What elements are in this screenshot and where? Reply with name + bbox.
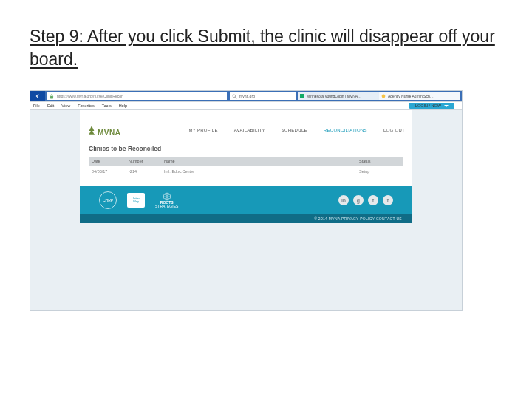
- favicon-icon: [300, 94, 304, 98]
- address-bar[interactable]: https://www.mvna.org/nurse/ClinicRecon: [47, 92, 227, 100]
- main-nav: MY PROFILE AVAILABILITY SCHEDULE RECONCI…: [120, 128, 405, 137]
- col-date: Date: [89, 159, 129, 163]
- social-twitter-icon[interactable]: t: [383, 195, 393, 205]
- svg-rect-0: [50, 96, 53, 99]
- logo-text: MVNA: [98, 129, 120, 137]
- nav-logout[interactable]: LOG OUT: [383, 128, 405, 132]
- sponsor-row: CHRP UnitedWay ROOTS STRATEGIES: [99, 191, 178, 209]
- svg-point-1: [233, 95, 236, 98]
- panel-title: Clinics to be Reconciled: [80, 137, 412, 157]
- menu-edit[interactable]: Edit: [47, 103, 54, 108]
- browser-menu-bar: File Edit View Favorites Tools Help LOGI…: [30, 101, 462, 110]
- url-text: https://www.mvna.org/nurse/ClinicRecon: [57, 94, 123, 98]
- menu-view[interactable]: View: [61, 103, 70, 108]
- lock-icon: [50, 94, 54, 99]
- footer-legal-bar: © 2014 MVNA PRIVACY POLICY CONTACT US: [80, 214, 412, 223]
- tab-2-label: Agency Nurse Admin Sch…: [388, 94, 434, 98]
- col-number: Number: [129, 159, 164, 163]
- browser-search[interactable]: mvna.org: [230, 92, 296, 100]
- favicon-icon: [381, 94, 386, 98]
- chevron-down-icon: [444, 105, 449, 107]
- nav-reconciliations[interactable]: RECONCILIATIONS: [324, 128, 367, 132]
- cell-number: -214: [129, 169, 164, 174]
- social-googleplus-icon[interactable]: g: [353, 195, 364, 205]
- login-label: LOGIN / NOW: [415, 103, 441, 108]
- browser-tab-1[interactable]: Minnesota VotingLogin | MVNA…: [298, 92, 379, 100]
- cell-date: 04/03/17: [89, 169, 129, 174]
- sponsor-chrp: CHRP: [99, 191, 117, 209]
- tab-1-label: Minnesota VotingLogin | MVNA…: [307, 94, 361, 98]
- table-row[interactable]: 04/03/17 -214 Intl. Educ.Center Setup: [89, 166, 403, 177]
- page-footer: CHRP UnitedWay ROOTS STRATEGIES: [80, 186, 412, 223]
- search-icon: [232, 94, 237, 99]
- sponsor-roots: ROOTS STRATEGIES: [155, 192, 178, 208]
- screenshot-frame: https://www.mvna.org/nurse/ClinicRecon m…: [30, 90, 463, 311]
- cell-name: Intl. Educ.Center: [164, 169, 359, 174]
- back-button[interactable]: [30, 91, 45, 101]
- menu-file[interactable]: File: [33, 103, 40, 108]
- login-button[interactable]: LOGIN / NOW: [409, 103, 454, 109]
- tree-icon: [87, 125, 96, 137]
- content-card: MVNA MY PROFILE AVAILABILITY SCHEDULE RE…: [80, 110, 412, 223]
- step-heading: Step 9: After you click Submit, the clin…: [30, 25, 502, 71]
- svg-point-4: [382, 95, 386, 98]
- site-logo[interactable]: MVNA: [87, 125, 120, 137]
- table-header: Date Number Name Status: [89, 157, 403, 166]
- col-name: Name: [164, 159, 359, 163]
- browser-chrome: https://www.mvna.org/nurse/ClinicRecon m…: [30, 91, 462, 101]
- col-status: Status: [359, 159, 403, 163]
- nav-schedule[interactable]: SCHEDULE: [282, 128, 307, 132]
- social-facebook-icon[interactable]: f: [368, 195, 378, 205]
- menu-help[interactable]: Help: [119, 103, 127, 108]
- svg-line-2: [235, 97, 236, 98]
- nav-availability[interactable]: AVAILABILITY: [234, 128, 265, 132]
- social-links: in g f t: [338, 195, 393, 205]
- cell-status: Setup: [359, 169, 403, 174]
- browser-tab-2[interactable]: Agency Nurse Admin Sch…: [379, 92, 460, 100]
- menu-favorites[interactable]: Favorites: [78, 103, 95, 108]
- footer-legal-text: © 2014 MVNA PRIVACY POLICY CONTACT US: [314, 216, 402, 221]
- search-text: mvna.org: [239, 94, 255, 98]
- menu-tools[interactable]: Tools: [102, 103, 112, 108]
- sponsor-united-way: UnitedWay: [127, 193, 145, 208]
- nav-my-profile[interactable]: MY PROFILE: [188, 128, 217, 132]
- social-linkedin-icon[interactable]: in: [338, 195, 349, 205]
- svg-rect-3: [300, 94, 304, 98]
- page-body: MVNA MY PROFILE AVAILABILITY SCHEDULE RE…: [30, 110, 462, 223]
- empty-canvas: [30, 223, 462, 310]
